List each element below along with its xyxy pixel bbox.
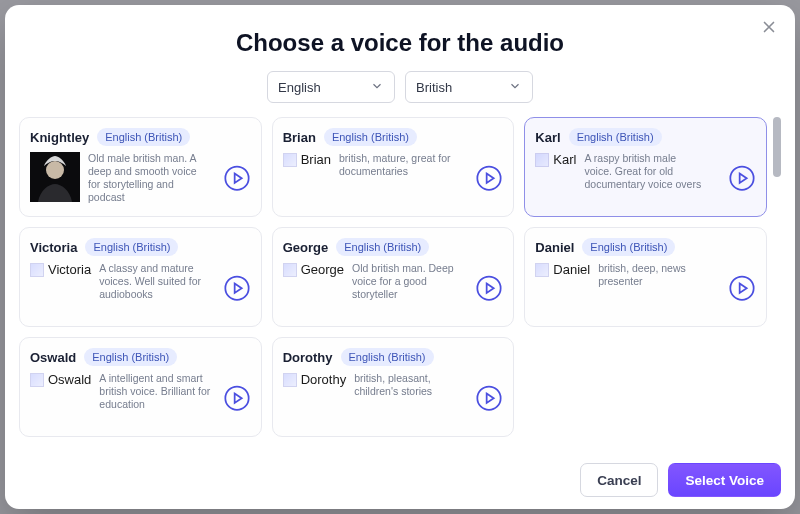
voice-avatar bbox=[30, 152, 80, 202]
filter-row: English British bbox=[19, 71, 781, 103]
voice-avatar-broken: Dorothy bbox=[283, 372, 347, 387]
voice-card[interactable]: OswaldEnglish (British)OswaldA intellige… bbox=[19, 337, 262, 437]
play-icon[interactable] bbox=[223, 274, 251, 302]
voice-card[interactable]: DanielEnglish (British)Danielbritish, de… bbox=[524, 227, 767, 327]
play-icon[interactable] bbox=[728, 164, 756, 192]
voice-avatar-broken: Victoria bbox=[30, 262, 91, 277]
voice-language-pill: English (British) bbox=[569, 128, 662, 146]
play-icon[interactable] bbox=[475, 164, 503, 192]
broken-image-icon bbox=[30, 373, 44, 387]
voice-description: british, mature, great for documentaries bbox=[339, 152, 459, 178]
voice-description: british, pleasant, children's stories bbox=[354, 372, 474, 398]
broken-image-icon bbox=[283, 373, 297, 387]
voice-language-pill: English (British) bbox=[324, 128, 417, 146]
voice-card[interactable]: KnightleyEnglish (British)Old male briti… bbox=[19, 117, 262, 217]
voice-language-pill: English (British) bbox=[341, 348, 434, 366]
voice-description: british, deep, news presenter bbox=[598, 262, 718, 288]
voice-avatar-alt: Daniel bbox=[553, 262, 590, 277]
voice-grid: KnightleyEnglish (British)Old male briti… bbox=[19, 117, 767, 451]
voice-avatar-broken: Brian bbox=[283, 152, 331, 167]
voice-picker-modal: Choose a voice for the audio English Bri… bbox=[5, 5, 795, 509]
svg-point-6 bbox=[478, 277, 501, 300]
voice-description: A raspy british male voice. Great for ol… bbox=[584, 152, 704, 191]
select-voice-button[interactable]: Select Voice bbox=[668, 463, 781, 497]
voice-language-pill: English (British) bbox=[84, 348, 177, 366]
play-icon[interactable] bbox=[223, 164, 251, 192]
voice-card[interactable]: BrianEnglish (British)Brianbritish, matu… bbox=[272, 117, 515, 217]
voice-description: A classy and mature voices. Well suited … bbox=[99, 262, 219, 301]
voice-avatar-broken: Oswald bbox=[30, 372, 91, 387]
voice-card[interactable]: VictoriaEnglish (British)VictoriaA class… bbox=[19, 227, 262, 327]
broken-image-icon bbox=[283, 153, 297, 167]
broken-image-icon bbox=[535, 153, 549, 167]
voice-name: Oswald bbox=[30, 350, 76, 365]
voice-name: Karl bbox=[535, 130, 560, 145]
voice-name: Knightley bbox=[30, 130, 89, 145]
play-icon[interactable] bbox=[475, 274, 503, 302]
accent-select-value: British bbox=[416, 80, 452, 95]
voice-language-pill: English (British) bbox=[97, 128, 190, 146]
play-icon[interactable] bbox=[728, 274, 756, 302]
svg-point-4 bbox=[730, 167, 753, 190]
broken-image-icon bbox=[283, 263, 297, 277]
language-select[interactable]: English bbox=[267, 71, 395, 103]
voice-description: Old male british man. A deep and smooth … bbox=[88, 152, 208, 205]
voice-avatar-broken: Karl bbox=[535, 152, 576, 167]
voice-language-pill: English (British) bbox=[85, 238, 178, 256]
voice-language-pill: English (British) bbox=[336, 238, 429, 256]
svg-point-7 bbox=[730, 277, 753, 300]
broken-image-icon bbox=[535, 263, 549, 277]
voice-avatar-alt: Oswald bbox=[48, 372, 91, 387]
close-icon[interactable] bbox=[757, 15, 781, 39]
svg-point-2 bbox=[225, 167, 248, 190]
voice-name: Victoria bbox=[30, 240, 77, 255]
svg-point-8 bbox=[225, 387, 248, 410]
voice-description: Old british man. Deep voice for a good s… bbox=[352, 262, 472, 301]
svg-point-3 bbox=[478, 167, 501, 190]
voice-name: Brian bbox=[283, 130, 316, 145]
voice-name: George bbox=[283, 240, 329, 255]
voice-card[interactable]: GeorgeEnglish (British)GeorgeOld british… bbox=[272, 227, 515, 327]
voice-name: Daniel bbox=[535, 240, 574, 255]
modal-footer: Cancel Select Voice bbox=[19, 451, 781, 497]
scrollbar-thumb[interactable] bbox=[773, 117, 781, 177]
modal-title: Choose a voice for the audio bbox=[19, 29, 781, 57]
broken-image-icon bbox=[30, 263, 44, 277]
voice-card[interactable]: KarlEnglish (British)KarlA raspy british… bbox=[524, 117, 767, 217]
voice-avatar-alt: Karl bbox=[553, 152, 576, 167]
voice-card[interactable]: DorothyEnglish (British)Dorothybritish, … bbox=[272, 337, 515, 437]
voice-avatar-alt: Victoria bbox=[48, 262, 91, 277]
cancel-button[interactable]: Cancel bbox=[580, 463, 658, 497]
chevron-down-icon bbox=[508, 79, 522, 96]
svg-point-1 bbox=[46, 161, 64, 179]
voice-avatar-alt: Brian bbox=[301, 152, 331, 167]
svg-point-5 bbox=[225, 277, 248, 300]
voice-name: Dorothy bbox=[283, 350, 333, 365]
voice-avatar-broken: George bbox=[283, 262, 344, 277]
voice-avatar-alt: George bbox=[301, 262, 344, 277]
play-icon[interactable] bbox=[475, 384, 503, 412]
svg-point-9 bbox=[478, 387, 501, 410]
language-select-value: English bbox=[278, 80, 321, 95]
chevron-down-icon bbox=[370, 79, 384, 96]
voice-avatar-alt: Dorothy bbox=[301, 372, 347, 387]
accent-select[interactable]: British bbox=[405, 71, 533, 103]
play-icon[interactable] bbox=[223, 384, 251, 412]
voice-language-pill: English (British) bbox=[582, 238, 675, 256]
voice-description: A intelligent and smart british voice. B… bbox=[99, 372, 219, 411]
voice-avatar-broken: Daniel bbox=[535, 262, 590, 277]
scrollbar[interactable] bbox=[773, 117, 781, 451]
